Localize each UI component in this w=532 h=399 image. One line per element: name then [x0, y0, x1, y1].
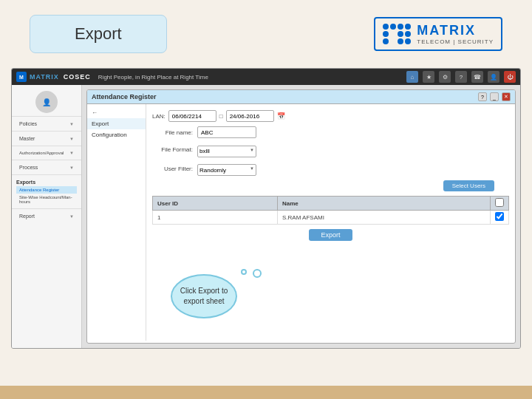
callout-bubble: Click Export to export sheet	[171, 274, 237, 318]
callout-dots	[241, 269, 262, 278]
app-window: M MATRIX COSEC Right People, in Right Pl…	[11, 68, 521, 349]
matrix-brand-name: MATRIX	[417, 23, 494, 38]
dialog-back-btn[interactable]: ←	[87, 107, 146, 118]
col-checkbox	[491, 197, 509, 211]
matrix-text-block: MATRIX TELECOM | SECURITY	[417, 23, 494, 45]
export-title-box: Export	[30, 15, 167, 53]
sidebar-item-attendance-register[interactable]: Attendance Register	[16, 186, 77, 194]
user-filter-label: User Filter:	[152, 166, 193, 172]
sidebar-section-policies: Policies ▼	[12, 118, 81, 129]
chevron-icon: ▼	[69, 214, 74, 219]
file-name-input[interactable]	[197, 126, 256, 138]
topbar-icons: ⌂ ★ ⚙ ? ☎ 👤 ⏻	[406, 71, 516, 83]
main-content: Attendance Register ? _ ✕ ← Export Confi…	[82, 85, 520, 348]
callout-dot-large	[253, 269, 262, 278]
table-row: 1 S.RAM AFSAMI	[153, 211, 509, 225]
matrix-logo-box: MATRIX TELECOM | SECURITY	[374, 17, 502, 51]
chevron-icon: ▼	[69, 137, 74, 141]
app-topbar: M MATRIX COSEC Right People, in Right Pl…	[12, 69, 520, 85]
sidebar-section-master: Master ▼	[12, 133, 81, 144]
matrix-subtitle: TELECOM | SECURITY	[417, 38, 494, 45]
file-format-wrapper: bxlll xlsx csv ▼	[197, 143, 256, 157]
chevron-icon: ▼	[69, 166, 74, 170]
cell-name: S.RAM AFSAMI	[277, 211, 490, 225]
chevron-icon: ▼	[69, 151, 74, 155]
dialog-body: ← Export Configuration LAN: □ 📅	[87, 104, 515, 341]
matrix-grid-icon	[383, 24, 411, 44]
user-filter-wrapper: Randomly All Users ▼	[197, 162, 256, 177]
dialog-titlebar: Attendance Register ? _ ✕	[87, 90, 515, 104]
sidebar-item-site-wise[interactable]: Site-Wise Headcount/Man-hours	[16, 194, 77, 205]
col-user-id: User ID	[153, 197, 278, 211]
user-filter-row: User Filter: Randomly All Users ▼	[152, 162, 509, 177]
sidebar-section-exports: Exports Attendance Register Site-Wise He…	[12, 177, 81, 207]
sidebar: 👤 Policies ▼ Master ▼ Authorization/Appr…	[12, 85, 82, 348]
file-name-label: File name:	[152, 129, 193, 136]
date-from-label: LAN:	[152, 113, 166, 120]
sidebar-section-auth: Authorization/Approval ▼	[12, 148, 81, 158]
cell-checkbox	[491, 211, 509, 225]
app-body: 👤 Policies ▼ Master ▼ Authorization/Appr…	[12, 85, 520, 348]
matrix-logo: MATRIX TELECOM | SECURITY	[374, 17, 502, 51]
user-filter-select[interactable]: Randomly All Users	[197, 164, 256, 176]
dialog-sidebar: ← Export Configuration	[87, 104, 146, 341]
sidebar-item-process[interactable]: Process ▼	[16, 163, 77, 171]
app-tagline: Right People, in Right Place at Right Ti…	[98, 74, 208, 81]
date-to-input[interactable]	[226, 110, 274, 122]
row-checkbox[interactable]	[495, 212, 504, 221]
export-title: Export	[75, 24, 122, 43]
sidebar-item-auth[interactable]: Authorization/Approval ▼	[16, 149, 77, 157]
dialog-nav-configuration[interactable]: Configuration	[87, 129, 146, 140]
help-icon-btn[interactable]: ?	[455, 71, 467, 83]
user-table: User ID Name 1 S.RAM AF	[152, 196, 509, 225]
file-name-row: File name:	[152, 126, 509, 138]
user-icon-btn[interactable]: 👤	[488, 71, 499, 83]
sidebar-item-report[interactable]: Report ▼	[16, 212, 77, 220]
chevron-icon: ▼	[69, 122, 74, 126]
callout-dot-small	[241, 269, 247, 275]
dialog-title: Attendance Register	[92, 93, 157, 100]
dialog-help-btn[interactable]: ?	[478, 92, 487, 101]
app-logo-icon: M	[16, 72, 27, 82]
sidebar-section-process: Process ▼	[12, 162, 81, 173]
avatar: 👤	[35, 91, 58, 113]
dialog-minimize-btn[interactable]: _	[490, 92, 499, 101]
select-all-checkbox[interactable]	[495, 198, 504, 207]
star-icon-btn[interactable]: ★	[423, 71, 434, 83]
dialog-close-btn[interactable]: ✕	[502, 92, 511, 101]
sidebar-section-report: Report ▼	[12, 211, 81, 222]
dialog-controls: ? _ ✕	[478, 92, 511, 101]
file-format-select[interactable]: bxlll xlsx csv	[197, 146, 256, 157]
col-name: Name	[277, 197, 490, 211]
file-format-row: File Format: bxlll xlsx csv ▼	[152, 143, 509, 157]
home-icon-btn[interactable]: ⌂	[406, 71, 418, 83]
exports-section-title: Exports	[16, 178, 77, 186]
callout-text: Click Export to export sheet	[180, 287, 228, 305]
select-users-button[interactable]: Select Users	[443, 180, 494, 191]
app-product: COSEC	[64, 73, 91, 81]
sidebar-item-policies[interactable]: Policies ▼	[16, 120, 77, 128]
sidebar-item-master[interactable]: Master ▼	[16, 134, 77, 143]
date-from-input[interactable]	[168, 110, 216, 122]
cell-user-id: 1	[153, 211, 278, 225]
dialog-nav-export[interactable]: Export	[87, 118, 146, 129]
calendar-icon[interactable]: 📅	[277, 112, 285, 120]
dialog: Attendance Register ? _ ✕ ← Export Confi…	[86, 89, 516, 344]
power-icon-btn[interactable]: ⏻	[504, 71, 516, 83]
app-topbar-logo: M MATRIX COSEC	[16, 72, 91, 82]
bottom-bar	[0, 386, 532, 399]
export-button[interactable]: Export	[309, 229, 352, 241]
top-section: Export MATRIX TELECOM | SECURITY	[0, 0, 532, 64]
gear-icon-btn[interactable]: ⚙	[439, 71, 451, 83]
file-format-label: File Format:	[152, 146, 193, 153]
date-to-separator: □	[219, 113, 223, 120]
date-range-row: LAN: □ 📅	[152, 110, 509, 122]
app-brand: MATRIX	[30, 73, 59, 81]
phone-icon-btn[interactable]: ☎	[471, 71, 483, 83]
